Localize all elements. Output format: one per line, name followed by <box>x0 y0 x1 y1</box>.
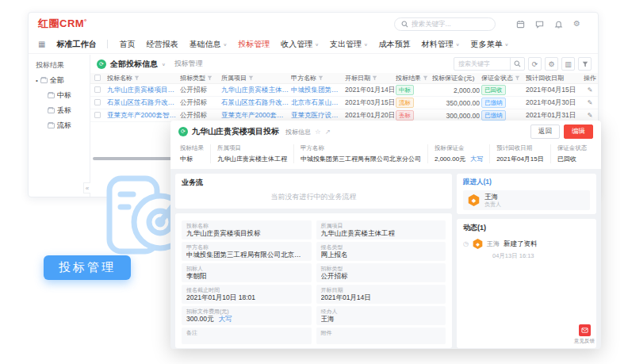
deposit-status-badge: 已缴纳 <box>481 110 506 121</box>
nav-item-bid-management[interactable]: 投标管理 <box>238 39 270 50</box>
nav-item-income[interactable]: 收入管理∨ <box>281 39 319 50</box>
field-attachment: 附件 <box>316 328 446 344</box>
nav-item-reports[interactable]: 经营报表 <box>146 39 178 50</box>
chevron-down-icon: ∨ <box>456 41 460 46</box>
clock-icon: ◷ <box>463 240 469 247</box>
filter-icon[interactable] <box>207 75 213 81</box>
field-tender-type: 招标类型公开招标 <box>316 263 446 282</box>
list-search-input[interactable] <box>454 60 508 67</box>
share-icon[interactable]: ↗ <box>325 128 331 136</box>
folder-icon <box>40 78 48 83</box>
filter-icon[interactable] <box>372 75 377 81</box>
app-logo-sup: ° <box>84 18 86 25</box>
filter-button[interactable] <box>578 57 592 71</box>
bid-name-link[interactable]: 石景山区莲石路升改造工程 <box>107 98 178 108</box>
workflow-card: 业务流 当前没有进行中的业务流程 <box>175 174 452 209</box>
summary-field: 投标保证金 2,000.00元大写 <box>427 144 489 163</box>
filter-icon[interactable] <box>318 75 324 81</box>
bid-name-link[interactable]: 亚莱克年产2000套智能... <box>107 111 178 121</box>
bidding-module-button[interactable]: 投标管理 <box>44 255 131 280</box>
feedback-icon[interactable] <box>579 324 591 336</box>
nav-item-home[interactable]: 首页 <box>119 39 135 50</box>
deposit-status-badge: 已回收 <box>481 85 506 95</box>
global-search[interactable] <box>394 17 496 31</box>
project-link[interactable]: 亚莱克年产2000套智能... <box>221 111 289 121</box>
search-icon[interactable] <box>510 58 524 70</box>
list-search[interactable] <box>454 57 525 71</box>
star-icon[interactable]: ☆ <box>315 128 321 136</box>
refresh-button[interactable]: ⟳ <box>528 57 542 71</box>
record-type-label: 投标信息 <box>285 128 311 136</box>
summary-field: 保证金状态 已回收 <box>550 144 593 163</box>
project-link[interactable]: 石景山区莲石路升改造工程 <box>221 98 289 108</box>
activity-item[interactable]: ◷ ◆ 王海 新建了资料 <box>463 239 590 249</box>
sidebar-collapse-handle[interactable]: « <box>83 182 90 193</box>
edit-icon[interactable]: ✎ <box>583 112 597 119</box>
edit-icon[interactable]: ✎ <box>583 86 597 94</box>
table-row[interactable]: 九华山庄贵宾楼项目投标 公开招标 九华山庄贵宾楼主体工程 中城投集团第三工程局有… <box>90 84 598 97</box>
bid-name-link[interactable]: 九华山庄贵宾楼项目投标 <box>107 86 178 95</box>
avatar: ◆ <box>473 239 483 249</box>
chevron-down-icon: ∨ <box>315 41 319 46</box>
sidebar-item-all[interactable]: • 全部 <box>36 75 90 86</box>
folder-icon <box>48 123 55 128</box>
party-link[interactable]: 中城投集团第三工程局有... <box>291 86 343 95</box>
edit-button[interactable]: 编辑 <box>564 125 593 139</box>
message-icon[interactable] <box>535 20 544 29</box>
folder-icon <box>48 93 55 98</box>
uppercase-link[interactable]: 大写 <box>219 315 232 323</box>
nav-item-cost-budget[interactable]: 成本预算 <box>379 39 411 50</box>
party-link[interactable]: 北京市石景山区住房和城... <box>291 98 343 108</box>
global-search-input[interactable] <box>412 20 483 28</box>
nav-item-expense[interactable]: 支出管理∨ <box>330 39 368 50</box>
project-link[interactable]: 九华山庄贵宾楼主体工程 <box>217 155 287 163</box>
filter-icon[interactable] <box>134 75 140 81</box>
back-button[interactable]: 返回 <box>530 125 560 139</box>
workflow-empty-text: 当前没有进行中的业务流程 <box>182 188 446 205</box>
sidebar-item-lost[interactable]: 丢标 <box>48 105 90 116</box>
filter-icon[interactable] <box>248 75 254 81</box>
result-badge: 中标 <box>396 85 414 95</box>
activity-time: 04月13日 16:13 <box>492 252 590 260</box>
row-checkbox[interactable] <box>94 99 101 105</box>
nav-item-materials[interactable]: 材料管理∨ <box>422 39 460 50</box>
bell-icon[interactable] <box>554 20 563 29</box>
result-tree-sidebar: 投标结果 • 全部 中标 丢标 流标 « <box>29 55 90 197</box>
row-checkbox[interactable] <box>94 112 101 118</box>
tree-expand-icon[interactable]: • <box>36 77 38 84</box>
result-badge: 流标 <box>396 98 414 108</box>
party-link[interactable]: 亚莱克医疗设备有限公司 <box>291 111 343 121</box>
apps-grid-icon[interactable]: ▦ <box>38 40 45 48</box>
select-all-checkbox[interactable] <box>94 75 101 81</box>
project-link[interactable]: 九华山庄贵宾楼主体工程 <box>221 86 289 95</box>
dialog-body: 业务流 当前没有进行中的业务流程 投标名称九华山庄贵宾楼项目投标 所属项目九华山… <box>170 169 601 349</box>
detail-form-card: 投标名称九华山庄贵宾楼项目投标 所属项目九华山庄贵宾楼主体工程 甲方名称中城投集… <box>175 213 452 348</box>
settings-icon[interactable]: ⚙ <box>573 20 580 28</box>
calendar-icon[interactable] <box>516 20 525 29</box>
feedback-label: 意见反馈 <box>574 338 595 345</box>
view-title[interactable]: 全部投标信息 <box>110 59 158 70</box>
filter-icon[interactable] <box>515 75 520 81</box>
row-checkbox[interactable] <box>94 86 101 93</box>
followers-title[interactable]: 跟进人(1) <box>463 178 590 187</box>
field-project: 所属项目九华山庄贵宾楼主体工程 <box>316 220 446 239</box>
chevron-down-icon[interactable]: ∨ <box>162 61 166 66</box>
sidebar-item-failed[interactable]: 流标 <box>48 121 90 131</box>
nav-item-more[interactable]: 更多菜单∨ <box>471 39 509 50</box>
search-icon <box>401 21 408 28</box>
table-row[interactable]: 石景山区莲石路升改造工程 公开招标 石景山区莲石路升改造工程 北京市石景山区住房… <box>90 97 598 109</box>
settings-button[interactable]: ⚙ <box>545 57 558 71</box>
columns-button[interactable]: ▥ <box>561 57 575 71</box>
folder-icon <box>48 108 55 113</box>
edit-icon[interactable]: ✎ <box>583 99 597 106</box>
uppercase-link[interactable]: 大写 <box>470 155 483 163</box>
party-link[interactable]: 中城投集团第三工程局有限公司北京分公司 <box>301 155 421 163</box>
top-bar: 红圈CRM ° ⚙ <box>29 13 598 35</box>
workbench-label[interactable]: 标准工作台 <box>56 39 96 50</box>
field-open-date: 开标日期2021年01月14日 <box>316 285 446 304</box>
sidebar-item-won[interactable]: 中标 <box>48 90 90 101</box>
nav-item-basic-info[interactable]: 基础信息∨ <box>189 39 227 50</box>
feedback-widget[interactable]: 意见反馈 <box>574 324 595 345</box>
filter-icon[interactable] <box>423 75 428 81</box>
follower-item[interactable]: ◆ 王海 负责人 <box>463 190 590 210</box>
